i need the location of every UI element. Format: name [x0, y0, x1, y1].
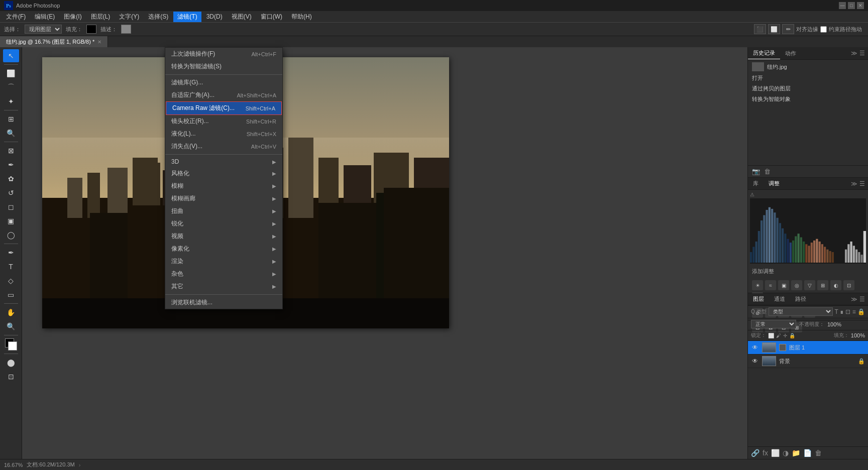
filter-stylize[interactable]: 风格化 ▶ — [165, 167, 282, 180]
bw-icon[interactable]: ◐ — [830, 280, 841, 290]
tab-close-button[interactable]: ✕ — [97, 39, 101, 45]
layers-tab[interactable]: 图层 — [748, 293, 769, 305]
document-tab[interactable]: 纽约.jpg @ 16.7% (图层 1, RGB/8) * ✕ — [0, 36, 108, 47]
filter-blur-gallery[interactable]: 模糊画廊 ▶ — [165, 192, 282, 205]
desc-swatch[interactable] — [121, 25, 131, 34]
actions-tab[interactable]: 动作 — [780, 48, 801, 59]
history-brush-tool[interactable]: ↺ — [3, 186, 19, 199]
layer-select[interactable]: 现用图层 — [25, 25, 62, 34]
menu-help[interactable]: 帮助(H) — [287, 12, 316, 22]
background-color[interactable] — [8, 341, 17, 350]
lock-position-icon[interactable]: ✛ — [783, 333, 787, 338]
lock-image-icon[interactable]: 🖌 — [776, 333, 781, 338]
quickmask-tool[interactable]: ⬤ — [3, 356, 19, 369]
filter-lens[interactable]: 镜头校正(R)... Shift+Ctrl+R — [165, 115, 282, 128]
history-item-copy[interactable]: 通过拷贝的图层 — [748, 83, 868, 94]
expand-icon[interactable]: ≫ — [851, 50, 857, 57]
lock-transparent-icon[interactable]: ⬜ — [768, 333, 774, 338]
delete-layer-btn[interactable]: 🗑 — [815, 449, 822, 457]
link-layers-btn[interactable]: 🔗 — [751, 449, 759, 457]
pen-tool[interactable]: ✒ — [3, 246, 19, 259]
hand-tool[interactable]: ✋ — [3, 306, 19, 319]
expand-layers-icon[interactable]: ≫ — [851, 296, 857, 303]
history-item-open[interactable]: 打开 — [748, 73, 868, 83]
add-style-btn[interactable]: fx — [763, 449, 768, 457]
menu-edit[interactable]: 编辑(E) — [31, 12, 59, 22]
filter-render[interactable]: 渲染 ▶ — [165, 255, 282, 268]
filter-gallery[interactable]: 滤镜库(G)... — [165, 76, 282, 89]
filter-video[interactable]: 视频 ▶ — [165, 230, 282, 243]
history-tab[interactable]: 历史记录 — [748, 47, 780, 59]
fill-color-swatch[interactable] — [86, 25, 96, 34]
layer-visibility-1[interactable]: 👁 — [751, 343, 759, 351]
minimize-button[interactable]: — — [839, 2, 846, 9]
move-tool[interactable]: ↖ — [3, 49, 19, 62]
add-layer-btn[interactable]: 📄 — [803, 449, 812, 457]
dodge-tool[interactable]: ◯ — [3, 228, 19, 242]
shape-tool[interactable]: ▭ — [3, 288, 19, 301]
paths-tab[interactable]: 路径 — [790, 293, 811, 305]
filter-camera-raw[interactable]: Camera Raw 滤镜(C)... Shift+Ctrl+A — [166, 101, 282, 115]
filter-other[interactable]: 其它 ▶ — [165, 280, 282, 293]
filter-browse-online[interactable]: 浏览联机滤镜... — [165, 296, 282, 309]
expand-adj-icon[interactable]: ≫ — [851, 180, 857, 187]
layer-item-bg[interactable]: 👁 背景 🔒 — [748, 355, 868, 368]
filter-distort[interactable]: 扭曲 ▶ — [165, 205, 282, 217]
maximize-button[interactable]: □ — [848, 2, 855, 9]
add-folder-btn[interactable]: 📁 — [792, 449, 800, 457]
library-tab[interactable]: 库 — [748, 178, 764, 189]
layer-type-select[interactable]: 类型 — [769, 307, 833, 316]
menu-select[interactable]: 选择(S) — [144, 12, 172, 22]
filter-last[interactable]: 上次滤镜操作(F) Alt+Ctrl+F — [165, 48, 282, 60]
menu-file[interactable]: 文件(F) — [2, 12, 30, 22]
quickselect-tool[interactable]: ✦ — [3, 95, 19, 108]
add-adj-btn[interactable]: ◑ — [783, 449, 789, 457]
clone-tool[interactable]: ✿ — [3, 172, 19, 185]
eyedropper-tool[interactable]: 🔍 — [3, 127, 19, 140]
snapshot-icon[interactable]: 🗑 — [764, 168, 771, 175]
filter-blur[interactable]: 模糊 ▶ — [165, 180, 282, 192]
filter-vanishing[interactable]: 消失点(V)... Alt+Ctrl+V — [165, 140, 282, 153]
add-mask-btn[interactable]: ⬜ — [771, 449, 780, 457]
channels-tab[interactable]: 通道 — [769, 293, 790, 305]
filter-3d[interactable]: 3D ▶ — [165, 156, 282, 167]
constrain-checkbox[interactable] — [820, 26, 827, 33]
history-item-smart[interactable]: 转换为智能对象 — [748, 94, 868, 104]
filter-liquify[interactable]: 液化(L)... Shift+Ctrl+X — [165, 128, 282, 140]
menu-adj-icon[interactable]: ☰ — [859, 180, 865, 187]
exposure-icon[interactable]: ▣ — [778, 280, 789, 290]
lock-all-icon[interactable]: 🔒 — [789, 333, 795, 338]
curves-icon[interactable]: ≈ — [765, 280, 776, 290]
menu-filter[interactable]: 滤镜(T) — [173, 12, 201, 22]
close-button[interactable]: ✕ — [857, 2, 864, 9]
menu-3d[interactable]: 3D(D) — [202, 12, 227, 21]
filter-noise[interactable]: 杂色 ▶ — [165, 268, 282, 280]
layer-visibility-bg[interactable]: 👁 — [751, 357, 759, 365]
filter-pixelate[interactable]: 像素化 ▶ — [165, 243, 282, 255]
vibrance-icon[interactable]: ◎ — [791, 280, 802, 290]
color-swatch[interactable] — [3, 337, 19, 351]
blend-mode-select[interactable]: 正常 — [751, 320, 796, 328]
camera-icon[interactable]: 📷 — [752, 168, 760, 175]
hsl-icon[interactable]: ▽ — [804, 280, 815, 290]
adjustments-tab[interactable]: 调整 — [764, 178, 785, 189]
select-btn[interactable]: ⬜ — [768, 24, 780, 34]
path-tool[interactable]: ◇ — [3, 274, 19, 287]
gradient-tool[interactable]: ▣ — [3, 214, 19, 227]
brightness-icon[interactable]: ☀ — [752, 280, 763, 290]
zoom-tool[interactable]: 🔍 — [3, 320, 19, 333]
marquee-tool[interactable]: ⬜ — [3, 67, 19, 80]
menu-layer[interactable]: 图层(L) — [87, 12, 115, 22]
filter-smart[interactable]: 转换为智能滤镜(S) — [165, 60, 282, 73]
menu-icon[interactable]: ☰ — [859, 50, 865, 57]
filter-sharpen[interactable]: 锐化 ▶ — [165, 217, 282, 230]
screen-mode-tool[interactable]: ⊡ — [3, 370, 19, 383]
rect-btn[interactable]: ⬛ — [754, 24, 766, 34]
history-item-file[interactable]: 纽约.jpg — [748, 61, 868, 73]
patch-tool[interactable]: ⊠ — [3, 144, 19, 157]
menu-view[interactable]: 视图(V) — [228, 12, 256, 22]
menu-window[interactable]: 窗口(W) — [257, 12, 286, 22]
menu-layers-icon[interactable]: ☰ — [859, 296, 865, 303]
menu-image[interactable]: 图像(I) — [60, 12, 85, 22]
filter-adaptive[interactable]: 自适应广角(A)... Alt+Shift+Ctrl+A — [165, 89, 282, 101]
